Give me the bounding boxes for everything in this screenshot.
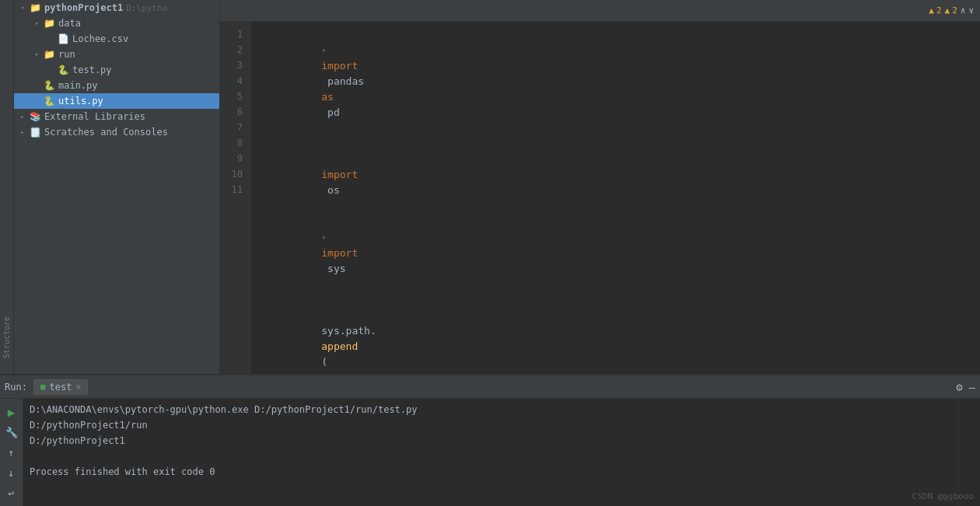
run-folder-icon: 📁 <box>42 48 56 61</box>
line-num-4: 4 <box>223 73 247 89</box>
py-file-icon-test: 🐍 <box>56 64 70 76</box>
ext-libs-label: External Libraries <box>44 111 145 122</box>
sidebar-item-data-folder[interactable]: ▾ 📁 data <box>14 16 219 31</box>
line-numbers: 1 2 3 4 5 6 7 8 9 10 11 <box>220 22 251 374</box>
run-controls-right <box>958 399 980 506</box>
expand-arrow-scratches: ▸ <box>17 128 28 136</box>
console-line-4 <box>30 448 952 464</box>
csv-file-icon: 📄 <box>56 33 70 45</box>
kw-import-1: import <box>321 60 358 72</box>
code-line-3: ▾ import sys <box>261 214 971 292</box>
line-num-5: 5 <box>223 89 247 104</box>
warning-triangle-icon-2: ▲ <box>945 5 950 16</box>
run-folder-label: run <box>58 49 75 60</box>
data-folder-icon: 📁 <box>42 17 56 30</box>
sidebar-item-main-py[interactable]: ▸ 🐍 main.py <box>14 78 219 93</box>
project-name-label: pythonProject1 <box>44 2 123 13</box>
line-num-1: 1 <box>223 26 247 42</box>
warning-badge-2[interactable]: ▲ 2 <box>945 5 957 16</box>
line-num-6: 6 <box>223 104 247 120</box>
warning-count-2: 2 <box>952 5 957 16</box>
plain-3: sys <box>321 263 345 274</box>
fold-marker-1[interactable]: ▾ <box>321 46 326 54</box>
line-num-10: 10 <box>223 166 247 182</box>
scroll-down-button[interactable]: ↓ <box>3 464 20 481</box>
wrench-button[interactable]: 🔧 <box>3 424 20 441</box>
watermark: CSDN @ggbooo <box>912 491 974 501</box>
code-line-4: sys.path. append ( '.' ) <box>261 292 971 374</box>
py-file-icon-main: 🐍 <box>42 79 56 92</box>
expand-arrow-project: ▾ <box>17 4 28 12</box>
code-line-2: import os <box>261 136 971 214</box>
bottom-tabs-bar: Run: ■ test ✕ ⚙ — <box>0 375 980 399</box>
run-label: Run: <box>5 382 27 393</box>
kw-import-3: import <box>321 247 358 259</box>
lochee-csv-label: Lochee.csv <box>72 33 128 44</box>
sidebar-item-external-libs[interactable]: ▸ 📚 External Libraries <box>14 109 219 124</box>
scratches-icon: 🗒️ <box>28 126 42 138</box>
console-line-5: Process finished with exit code 0 <box>30 464 952 480</box>
scroll-up-button[interactable]: ↑ <box>3 444 20 461</box>
sidebar-item-scratches[interactable]: ▸ 🗒️ Scratches and Consoles <box>14 124 219 140</box>
run-tab-name: test <box>50 382 72 393</box>
plain-1: pandas <box>321 75 370 87</box>
kw-import-2: import <box>321 169 358 180</box>
kw-as-1: as <box>321 91 334 103</box>
run-tab-icon: ■ <box>40 382 46 392</box>
code-editor[interactable]: ▾ import pandas as pd import os ▾ import <box>251 22 980 374</box>
sidebar-item-project-root[interactable]: ▾ 📁 pythonProject1 D:\pytho <box>14 0 219 16</box>
run-controls-left: ▶ 🔧 ↑ ↓ ↩ <box>0 399 23 506</box>
line-num-7: 7 <box>223 120 247 135</box>
structure-vertical-label: Structure <box>2 316 11 358</box>
console-line-1: D:\ANACONDA\envs\pytorch-gpu\python.exe … <box>30 402 952 417</box>
warning-badge-1[interactable]: ▲ 2 <box>929 5 941 16</box>
fold-marker-3[interactable]: ▾ <box>321 233 326 242</box>
line-num-9: 9 <box>223 151 247 166</box>
editor-area: ▲ 2 ▲ 2 ∧ ∨ 1 2 3 4 5 6 7 8 9 10 <box>220 0 980 374</box>
test-py-label: test.py <box>72 65 112 75</box>
code-line-1: ▾ import pandas as pd <box>261 26 971 136</box>
sidebar-item-test-py[interactable]: ▸ 🐍 test.py <box>14 62 219 78</box>
plain-4b: ( <box>321 356 327 368</box>
settings-icon-btn[interactable]: ⚙ <box>956 381 962 393</box>
toolbar-nav-up[interactable]: ∧ <box>961 5 966 16</box>
plain-4a: sys.path. <box>321 325 376 337</box>
sidebar-item-utils-py[interactable]: ▸ 🐍 utils.py <box>14 93 219 109</box>
line-num-8: 8 <box>223 135 247 151</box>
main-py-label: main.py <box>58 80 98 91</box>
wrap-button[interactable]: ↩ <box>3 484 20 501</box>
console-line-2: D:/pythonProject1/run <box>30 417 952 433</box>
sidebar-item-lochee-csv[interactable]: ▸ 📄 Lochee.csv <box>14 31 219 47</box>
data-folder-label: data <box>58 18 81 29</box>
sidebar-item-run-folder[interactable]: ▾ 📁 run <box>14 47 219 62</box>
run-content-area: ▶ 🔧 ↑ ↓ ↩ D:\ANACONDA\envs\pytorch-gpu\p… <box>0 399 980 506</box>
bottom-panel: Run: ■ test ✕ ⚙ — ▶ 🔧 ↑ ↓ ↩ D:\ANACONDA\… <box>0 374 980 506</box>
editor-content: 1 2 3 4 5 6 7 8 9 10 11 ▾ import pandas … <box>220 22 980 374</box>
sidebar: ▾ 📁 pythonProject1 D:\pytho ▾ 📁 data ▸ 📄… <box>14 0 220 374</box>
plain-1b: pd <box>321 106 339 118</box>
expand-arrow-run: ▾ <box>31 51 42 58</box>
expand-arrow-extlibs: ▸ <box>17 113 28 120</box>
console-line-3: D:/pythonProject1 <box>30 433 952 448</box>
plain-2: os <box>321 184 339 196</box>
warning-triangle-icon-1: ▲ <box>929 5 934 16</box>
ext-libs-icon: 📚 <box>28 110 42 123</box>
line-num-11: 11 <box>223 182 247 197</box>
run-tab-close[interactable]: ✕ <box>75 382 81 392</box>
play-button[interactable]: ▶ <box>3 403 20 421</box>
expand-arrow-data: ▾ <box>31 19 42 27</box>
run-tab-test[interactable]: ■ test ✕ <box>33 379 88 395</box>
far-left-bar: Structure <box>0 0 14 374</box>
fn-append: append <box>321 340 358 352</box>
scratches-label: Scratches and Consoles <box>44 127 168 138</box>
console-output: D:\ANACONDA\envs\pytorch-gpu\python.exe … <box>23 399 958 506</box>
warning-count-1: 2 <box>936 5 942 16</box>
toolbar-nav-down[interactable]: ∨ <box>968 5 974 16</box>
line-num-2: 2 <box>223 42 247 58</box>
bottom-toolbar-right: ⚙ — <box>956 381 975 393</box>
editor-toolbar: ▲ 2 ▲ 2 ∧ ∨ <box>220 0 980 22</box>
close-panel-btn[interactable]: — <box>969 381 975 393</box>
line-num-3: 3 <box>223 58 247 73</box>
utils-py-label: utils.py <box>58 96 103 106</box>
py-file-icon-utils: 🐍 <box>42 95 56 107</box>
